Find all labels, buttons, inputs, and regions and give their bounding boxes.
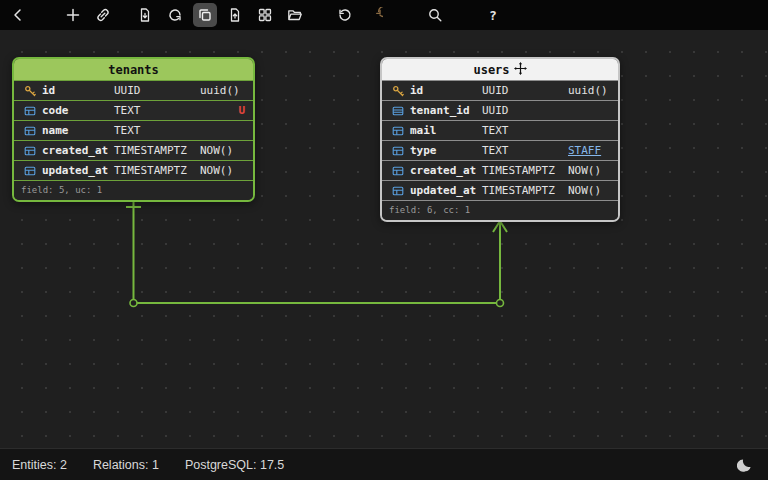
diagram-canvas[interactable]: tenants id UUID uuid() code TEXT U name … <box>0 30 768 448</box>
field-default[interactable]: STAFF <box>568 144 606 157</box>
field-row[interactable]: id UUID uuid() <box>382 80 618 100</box>
field-row[interactable]: created_at TIMESTAMPTZ NOW() <box>382 160 618 180</box>
field-row[interactable]: id UUID uuid() <box>14 80 253 100</box>
field-icon <box>22 165 38 177</box>
field-row[interactable]: created_at TIMESTAMPTZ NOW() <box>14 140 253 160</box>
redo-icon[interactable] <box>363 3 387 27</box>
field-type: TIMESTAMPTZ <box>114 144 196 157</box>
field-type: TEXT <box>114 104 196 117</box>
table-header[interactable]: users <box>382 59 618 80</box>
field-type: TEXT <box>482 124 564 137</box>
field-icon <box>22 145 38 157</box>
entities-count: Entities: 2 <box>12 458 67 472</box>
field-icon <box>390 165 406 177</box>
link-icon[interactable] <box>91 3 115 27</box>
undo-icon[interactable] <box>333 3 357 27</box>
field-default: NOW() <box>568 184 606 197</box>
add-table-icon[interactable] <box>61 3 85 27</box>
field-name: updated_at <box>42 164 110 177</box>
foreign-key-icon <box>390 105 406 117</box>
relations-count: Relations: 1 <box>93 458 159 472</box>
status-bar: Entities: 2 Relations: 1 PostgreSQL: 17.… <box>0 448 768 480</box>
field-default: NOW() <box>568 164 606 177</box>
field-name: id <box>42 84 110 97</box>
field-row[interactable]: mail TEXT <box>382 120 618 140</box>
field-type: UUID <box>482 84 564 97</box>
field-row[interactable]: name TEXT <box>14 120 253 140</box>
field-name: name <box>42 124 110 137</box>
field-type: TEXT <box>482 144 564 157</box>
field-name: type <box>410 144 478 157</box>
duplicate-icon[interactable] <box>193 3 217 27</box>
field-type: TIMESTAMPTZ <box>114 164 196 177</box>
unique-badge: U <box>238 104 245 117</box>
import-file-icon[interactable] <box>133 3 157 27</box>
field-type: UUID <box>482 104 564 117</box>
field-name: id <box>410 84 478 97</box>
database-version: PostgreSQL: 17.5 <box>185 458 284 472</box>
table-footer: field: 6, cc: 1 <box>382 200 618 220</box>
search-icon[interactable] <box>423 3 447 27</box>
field-name: code <box>42 104 110 117</box>
field-row[interactable]: updated_at TIMESTAMPTZ NOW() <box>14 160 253 180</box>
field-icon <box>22 125 38 137</box>
field-icon <box>22 105 38 117</box>
field-row[interactable]: code TEXT U <box>14 100 253 120</box>
entity-table-users[interactable]: users id UUID uuid() tenant_id UUID mail… <box>380 57 620 222</box>
field-icon <box>390 125 406 137</box>
field-type: TIMESTAMPTZ <box>482 184 564 197</box>
key-icon <box>390 85 406 97</box>
field-default: uuid() <box>568 84 608 97</box>
entity-table-tenants[interactable]: tenants id UUID uuid() code TEXT U name … <box>12 57 255 202</box>
table-title: tenants <box>108 63 159 77</box>
move-cursor-icon <box>514 62 527 78</box>
field-type: UUID <box>114 84 196 97</box>
field-name: updated_at <box>410 184 478 197</box>
theme-toggle-moon-icon[interactable] <box>734 454 756 476</box>
export-file-icon[interactable] <box>223 3 247 27</box>
table-title: users <box>473 63 509 77</box>
field-row[interactable]: updated_at TIMESTAMPTZ NOW() <box>382 180 618 200</box>
toolbar: ? <box>0 0 768 30</box>
field-default: NOW() <box>200 164 241 177</box>
help-icon[interactable]: ? <box>481 3 505 27</box>
field-type: TEXT <box>114 124 196 137</box>
field-name: mail <box>410 124 478 137</box>
key-icon <box>22 85 38 97</box>
er-diagram-app: ? tenants id UUID uuid() <box>0 0 768 480</box>
field-icon <box>390 145 406 157</box>
table-footer: field: 5, uc: 1 <box>14 180 253 200</box>
field-default: uuid() <box>200 84 241 97</box>
back-chevron-icon[interactable] <box>6 3 30 27</box>
field-row[interactable]: type TEXT STAFF <box>382 140 618 160</box>
open-folder-icon[interactable] <box>283 3 307 27</box>
field-name: created_at <box>410 164 478 177</box>
field-type: TIMESTAMPTZ <box>482 164 564 177</box>
field-name: tenant_id <box>410 104 478 117</box>
layout-grid-icon[interactable] <box>253 3 277 27</box>
refresh-icon[interactable] <box>163 3 187 27</box>
field-icon <box>390 185 406 197</box>
field-default: NOW() <box>200 144 241 157</box>
table-header[interactable]: tenants <box>14 59 253 80</box>
field-name: created_at <box>42 144 110 157</box>
field-row[interactable]: tenant_id UUID <box>382 100 618 120</box>
